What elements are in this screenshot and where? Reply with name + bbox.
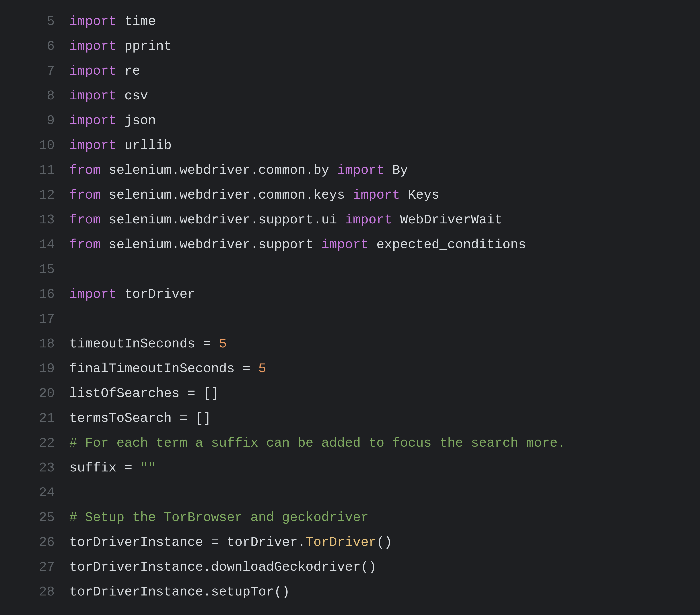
code-content[interactable]: suffix = ""	[69, 456, 700, 480]
line-number: 14	[0, 232, 69, 257]
code-line[interactable]: 19finalTimeoutInSeconds = 5	[0, 356, 700, 381]
code-token: torDriverInstance = torDriver.	[69, 535, 305, 550]
code-content[interactable]: torDriverInstance = torDriver.TorDriver(…	[69, 530, 700, 555]
code-token: re	[116, 64, 140, 78]
code-content[interactable]: from selenium.webdriver.common.keys impo…	[69, 183, 700, 208]
line-number: 24	[0, 480, 69, 505]
code-token: # For each term a suffix can be added to…	[69, 436, 565, 451]
code-line[interactable]: 15	[0, 257, 700, 282]
code-token: 5	[219, 336, 227, 352]
code-token: 5	[258, 361, 266, 376]
code-token: selenium.webdriver.support.ui	[101, 212, 345, 227]
code-token: csv	[116, 88, 148, 103]
line-number: 10	[0, 133, 69, 158]
code-line[interactable]: 7import re	[0, 59, 700, 84]
code-token: from	[69, 212, 101, 227]
line-number: 12	[0, 183, 69, 208]
code-line[interactable]: 12from selenium.webdriver.common.keys im…	[0, 183, 700, 208]
code-line[interactable]: 14from selenium.webdriver.support import…	[0, 232, 700, 257]
line-number: 20	[0, 381, 69, 406]
code-line[interactable]: 28torDriverInstance.setupTor()	[0, 580, 700, 604]
code-content[interactable]: from selenium.webdriver.support import e…	[69, 232, 700, 257]
code-content[interactable]: termsToSearch = []	[69, 406, 700, 431]
code-content[interactable]: import re	[69, 59, 700, 84]
code-token: torDriverInstance.setupTor()	[69, 585, 290, 600]
code-content[interactable]: import time	[69, 9, 700, 34]
code-token: from	[69, 163, 101, 178]
code-content[interactable]: from selenium.webdriver.common.by import…	[69, 158, 700, 183]
code-content[interactable]: import csv	[69, 84, 700, 108]
code-token: listOfSearches = []	[69, 386, 219, 401]
code-line[interactable]: 26torDriverInstance = torDriver.TorDrive…	[0, 530, 700, 555]
code-token: import	[69, 88, 116, 103]
code-token: from	[69, 237, 101, 252]
line-number: 21	[0, 406, 69, 431]
code-token: selenium.webdriver.common.by	[101, 163, 337, 178]
code-line[interactable]: 16import torDriver	[0, 282, 700, 307]
code-line[interactable]: 23suffix = ""	[0, 456, 700, 480]
line-number: 23	[0, 456, 69, 480]
code-line[interactable]: 10import urllib	[0, 133, 700, 158]
code-token: import	[321, 237, 368, 252]
code-token: urllib	[116, 138, 172, 153]
code-line[interactable]: 18timeoutInSeconds = 5	[0, 332, 700, 356]
code-content[interactable]: import urllib	[69, 133, 700, 158]
code-line[interactable]: 22# For each term a suffix can be added …	[0, 431, 700, 456]
code-content[interactable]: timeoutInSeconds = 5	[69, 332, 700, 356]
code-content[interactable]: listOfSearches = []	[69, 381, 700, 406]
code-line[interactable]: 17	[0, 307, 700, 332]
code-content[interactable]: import pprint	[69, 34, 700, 59]
code-token: import	[345, 212, 392, 227]
line-number: 17	[0, 307, 69, 332]
code-line[interactable]: 21termsToSearch = []	[0, 406, 700, 431]
code-line[interactable]: 5import time	[0, 9, 700, 34]
code-line[interactable]: 9import json	[0, 108, 700, 133]
code-line[interactable]: 27torDriverInstance.downloadGeckodriver(…	[0, 555, 700, 580]
code-line[interactable]: 20listOfSearches = []	[0, 381, 700, 406]
code-token: pprint	[116, 39, 172, 54]
code-token: ""	[140, 460, 156, 476]
code-content[interactable]: from selenium.webdriver.support.ui impor…	[69, 208, 700, 232]
code-token: suffix =	[69, 460, 140, 476]
code-content[interactable]: import json	[69, 108, 700, 133]
line-number: 28	[0, 580, 69, 604]
code-line[interactable]: 6import pprint	[0, 34, 700, 59]
code-content[interactable]: # Setup the TorBrowser and geckodriver	[69, 505, 700, 530]
code-content[interactable]: torDriverInstance.downloadGeckodriver()	[69, 555, 700, 580]
line-number: 16	[0, 282, 69, 307]
line-number: 15	[0, 257, 69, 282]
code-token: import	[69, 14, 116, 29]
code-line[interactable]: 8import csv	[0, 84, 700, 108]
code-content[interactable]: # For each term a suffix can be added to…	[69, 431, 700, 456]
code-token: torDriverInstance.downloadGeckodriver()	[69, 560, 376, 575]
code-line[interactable]: 24	[0, 480, 700, 505]
line-number: 11	[0, 158, 69, 183]
code-line[interactable]: 11from selenium.webdriver.common.by impo…	[0, 158, 700, 183]
line-number: 18	[0, 332, 69, 356]
code-content[interactable]: torDriverInstance.setupTor()	[69, 580, 700, 604]
code-token: selenium.webdriver.support	[101, 237, 321, 252]
code-token: import	[69, 39, 116, 54]
code-editor[interactable]: 5import time6import pprint7import re8imp…	[0, 0, 700, 604]
line-number: 26	[0, 530, 69, 555]
code-token: import	[337, 163, 384, 178]
code-token: import	[353, 188, 400, 202]
code-line[interactable]: 25# Setup the TorBrowser and geckodriver	[0, 505, 700, 530]
line-number: 6	[0, 34, 69, 59]
line-number: 9	[0, 108, 69, 133]
line-number: 5	[0, 9, 69, 34]
line-number: 22	[0, 431, 69, 456]
code-token: from	[69, 188, 101, 202]
code-content[interactable]: import torDriver	[69, 282, 700, 307]
code-token: TorDriver	[305, 535, 376, 550]
code-line[interactable]: 13from selenium.webdriver.support.ui imp…	[0, 208, 700, 232]
line-number: 25	[0, 505, 69, 530]
code-token: # Setup the TorBrowser and geckodriver	[69, 510, 368, 525]
code-token: ()	[376, 535, 392, 550]
code-token: json	[116, 113, 156, 128]
code-token: import	[69, 113, 116, 128]
code-token: finalTimeoutInSeconds =	[69, 361, 258, 376]
line-number: 27	[0, 555, 69, 580]
code-content[interactable]: finalTimeoutInSeconds = 5	[69, 356, 700, 381]
code-token: timeoutInSeconds =	[69, 336, 219, 352]
